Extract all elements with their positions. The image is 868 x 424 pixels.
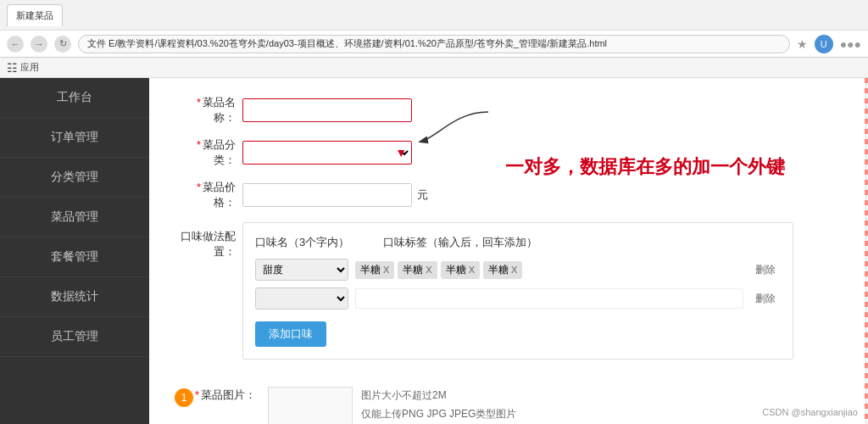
address-input[interactable] bbox=[78, 35, 790, 53]
flavor-section-row: 口味做法配置： 口味名（3个字内） 口味标签（输入后，回车添加） 甜度 半糖 X… bbox=[175, 222, 839, 373]
star-icon[interactable]: ★ bbox=[797, 37, 808, 51]
refresh-button[interactable]: ↻ bbox=[54, 36, 71, 53]
bookmarks-bar: ☷ 应用 bbox=[0, 58, 868, 78]
dish-name-input[interactable] bbox=[242, 98, 412, 122]
flavor-tag: 半糖 X bbox=[441, 261, 480, 279]
sidebar-item-label: 员工管理 bbox=[51, 329, 98, 343]
flavor-row-2: 删除 bbox=[255, 287, 781, 310]
image-upload-box[interactable] bbox=[268, 387, 353, 424]
dish-price-input[interactable] bbox=[242, 183, 412, 207]
tag-remove-icon[interactable]: X bbox=[511, 265, 517, 275]
sidebar-item-label: 菜品管理 bbox=[51, 209, 98, 223]
sidebar-item-employees[interactable]: 员工管理 bbox=[0, 317, 149, 357]
right-edge bbox=[865, 78, 868, 424]
dish-price-label: 菜品价格： bbox=[175, 180, 242, 210]
flavor-tag-col-header: 口味标签（输入后，回车添加） bbox=[383, 235, 537, 250]
flavor-tag: 半糖 X bbox=[355, 261, 394, 279]
sidebar-item-label: 订单管理 bbox=[51, 130, 98, 143]
flavor-section: 口味名（3个字内） 口味标签（输入后，回车添加） 甜度 半糖 X 半糖 X 半糖… bbox=[242, 222, 793, 360]
add-flavor-button[interactable]: 添加口味 bbox=[255, 321, 326, 347]
main-layout: 工作台 订单管理 分类管理 菜品管理 套餐管理 数据统计 员工管理 菜品名称： … bbox=[0, 78, 868, 424]
image-hint-line1: 图片大小不超过2M bbox=[361, 387, 538, 405]
apps-label[interactable]: ☷ 应用 bbox=[7, 61, 39, 75]
tab-label: 新建菜品 bbox=[16, 9, 53, 22]
back-button[interactable]: ← bbox=[7, 36, 24, 53]
flavor-tags-1: 半糖 X 半糖 X 半糖 X 半糖 X bbox=[355, 261, 743, 279]
image-badge: 1 bbox=[175, 388, 193, 407]
flavor-label: 口味做法配置： bbox=[175, 222, 242, 259]
sidebar-item-statistics[interactable]: 数据统计 bbox=[0, 277, 149, 317]
sidebar-item-workbench[interactable]: 工作台 bbox=[0, 78, 149, 118]
sidebar-item-packages[interactable]: 套餐管理 bbox=[0, 237, 149, 277]
price-unit: 元 bbox=[417, 187, 428, 203]
sidebar-item-categories[interactable]: 分类管理 bbox=[0, 158, 149, 198]
flavor-label-text: 口味做法配置： bbox=[181, 230, 236, 258]
forward-button[interactable]: → bbox=[31, 36, 47, 53]
tag-remove-icon[interactable]: X bbox=[469, 265, 475, 275]
sidebar-item-label: 套餐管理 bbox=[51, 249, 98, 263]
sidebar-item-orders[interactable]: 订单管理 bbox=[0, 118, 149, 158]
image-field-label: 菜品图片： bbox=[195, 387, 259, 403]
flavor-row-1: 甜度 半糖 X 半糖 X 半糖 X 半糖 X 删除 bbox=[255, 259, 781, 281]
delete-flavor-2-button[interactable]: 删除 bbox=[750, 289, 781, 309]
browser-tabs-bar: 新建菜品 bbox=[0, 0, 868, 31]
watermark: CSDN @shangxianjiao bbox=[762, 407, 858, 417]
flavor-tag: 半糖 X bbox=[483, 261, 522, 279]
dish-name-label: 菜品名称： bbox=[175, 95, 242, 126]
dish-category-label: 菜品分类： bbox=[175, 137, 242, 168]
dish-price-row: 菜品价格： 元 bbox=[175, 180, 839, 210]
dish-category-select[interactable] bbox=[242, 141, 412, 165]
address-bar-row: ← → ↻ ★ U ●●● bbox=[0, 31, 868, 58]
flavor-header: 口味名（3个字内） 口味标签（输入后，回车添加） bbox=[255, 235, 781, 250]
apps-text: 应用 bbox=[20, 61, 39, 74]
tag-remove-icon[interactable]: X bbox=[383, 265, 389, 275]
sidebar: 工作台 订单管理 分类管理 菜品管理 套餐管理 数据统计 员工管理 bbox=[0, 78, 149, 424]
extensions-icon[interactable]: ●●● bbox=[840, 37, 861, 51]
active-tab[interactable]: 新建菜品 bbox=[7, 4, 63, 26]
dish-name-row: 菜品名称： bbox=[175, 95, 839, 126]
flavor-tag-input-2[interactable] bbox=[355, 288, 743, 309]
flavor-select-2[interactable] bbox=[255, 287, 348, 310]
image-hint-line2: 仅能上传PNG JPG JPEG类型图片 bbox=[361, 405, 538, 424]
annotation-text: 一对多，数据库在多的加一个外键 bbox=[505, 154, 785, 180]
flavor-tags-2 bbox=[355, 288, 743, 309]
flavor-name-col-header: 口味名（3个字内） bbox=[255, 235, 349, 250]
avatar-icon: U bbox=[815, 35, 833, 53]
browser-tabs: 新建菜品 bbox=[7, 3, 63, 27]
sidebar-item-label: 工作台 bbox=[57, 90, 92, 103]
sidebar-item-dishes[interactable]: 菜品管理 bbox=[0, 198, 149, 237]
content-area: 菜品名称： 菜品分类： ▼ 菜品价格： bbox=[149, 78, 865, 424]
image-section: 1 菜品图片： 图片大小不超过2M 仅能上传PNG JPG JPEG类型图片 建… bbox=[175, 387, 839, 424]
delete-flavor-1-button[interactable]: 删除 bbox=[750, 260, 781, 280]
tag-remove-icon[interactable]: X bbox=[426, 265, 431, 275]
sidebar-item-label: 分类管理 bbox=[51, 170, 98, 183]
sidebar-item-label: 数据统计 bbox=[51, 289, 98, 303]
flavor-select-1[interactable]: 甜度 bbox=[255, 259, 348, 281]
image-hint: 图片大小不超过2M 仅能上传PNG JPG JPEG类型图片 建议上传200*2… bbox=[361, 387, 538, 424]
flavor-tag: 半糖 X bbox=[398, 261, 437, 279]
